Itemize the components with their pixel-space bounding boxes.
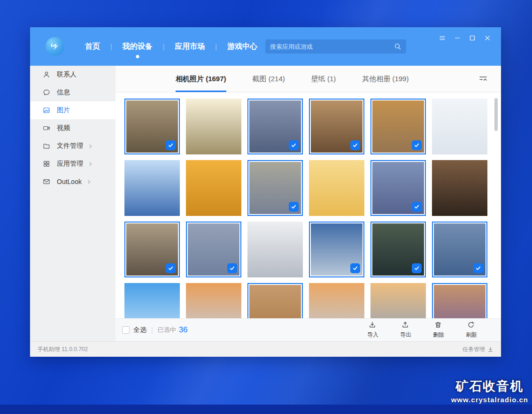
action-buttons: 导入导出删除刷新	[364, 321, 480, 339]
check-icon[interactable]	[412, 263, 422, 273]
photo-thumbnail[interactable]	[432, 283, 487, 318]
photo-thumbnail[interactable]	[186, 283, 241, 318]
sidebar-item-label: 应用管理	[57, 160, 83, 168]
check-icon[interactable]	[227, 263, 237, 273]
minimize-icon[interactable]	[452, 33, 463, 43]
photo-thumbnail[interactable]	[247, 283, 303, 318]
photo-image	[124, 160, 180, 216]
refresh-icon	[467, 321, 476, 330]
selected-count: 36	[179, 325, 188, 335]
person-icon	[43, 71, 51, 79]
sidebar-item[interactable]: 应用管理	[30, 155, 116, 173]
photo-thumbnail[interactable]	[124, 99, 180, 154]
action-label: 导出	[400, 331, 411, 339]
photo-image	[186, 99, 241, 154]
menu-icon[interactable]	[437, 33, 447, 43]
app-header: 首页|我的设备|应用市场|游戏中心|更多服务	[30, 27, 501, 66]
action-label: 删除	[433, 331, 444, 339]
task-manager-button[interactable]: 任务管理	[463, 345, 493, 353]
photo-thumbnail[interactable]	[370, 99, 426, 154]
sidebar-item[interactable]: 信息	[30, 84, 116, 101]
sort-icon[interactable]	[478, 74, 488, 84]
search-input[interactable]	[270, 43, 394, 50]
select-all-label[interactable]: 全选	[133, 326, 146, 334]
watermark-title: 矿石收音机	[451, 378, 528, 395]
photo-thumbnail[interactable]	[309, 160, 364, 216]
photo-thumbnail[interactable]	[309, 99, 364, 154]
maximize-icon[interactable]	[467, 33, 478, 43]
check-icon[interactable]	[350, 263, 360, 273]
watermark: 矿石收音机 www.crystalradio.cn	[451, 378, 528, 404]
selection-actionbar: 全选 | 已选中 36 导入导出删除刷新	[116, 318, 501, 341]
sidebar-item[interactable]: 联系人	[30, 66, 116, 84]
check-icon[interactable]	[412, 202, 422, 212]
photo-thumbnail[interactable]	[309, 283, 364, 318]
album-tab[interactable]: 截图 (214)	[253, 66, 285, 92]
nav-item[interactable]: 游戏中心	[223, 27, 262, 66]
check-icon[interactable]	[473, 263, 483, 273]
apps-icon	[43, 160, 51, 168]
status-bar: 手机助理 11.0.0.702 任务管理	[30, 341, 501, 357]
folder-icon	[43, 142, 51, 150]
album-tab[interactable]: 相机照片 (1697)	[176, 66, 226, 92]
album-tab[interactable]: 其他相册 (199)	[362, 66, 409, 92]
album-tabbar: 相机照片 (1697)截图 (214)壁纸 (1)其他相册 (199)	[116, 66, 501, 92]
photo-thumbnail[interactable]	[124, 283, 180, 318]
photo-thumbnail[interactable]	[247, 160, 303, 216]
photo-thumbnail[interactable]	[370, 160, 426, 216]
chevron-right-icon	[88, 144, 93, 149]
photo-thumbnail[interactable]	[247, 222, 303, 277]
export-button[interactable]: 导出	[397, 321, 415, 339]
nav-item-label: 游戏中心	[227, 42, 257, 52]
photo-thumbnail[interactable]	[186, 99, 241, 154]
tray-download-icon	[487, 346, 493, 353]
photo-image	[247, 222, 303, 277]
sidebar-item[interactable]: 文件管理	[30, 137, 116, 155]
sidebar-item[interactable]: 图片	[30, 101, 116, 119]
photo-thumbnail[interactable]	[309, 222, 364, 277]
check-icon[interactable]	[289, 140, 299, 150]
photo-thumbnail[interactable]	[124, 222, 180, 277]
window-controls	[437, 33, 493, 43]
check-icon[interactable]	[289, 202, 299, 212]
check-icon[interactable]	[350, 140, 360, 150]
check-icon[interactable]	[412, 140, 422, 150]
photo-image	[370, 283, 426, 318]
photo-thumbnail[interactable]	[432, 99, 487, 154]
scrollbar-thumb[interactable]	[494, 98, 498, 131]
photo-thumbnail[interactable]	[370, 283, 426, 318]
nav-item[interactable]: 首页	[80, 27, 105, 66]
watermark-url: www.crystalradio.cn	[451, 396, 528, 404]
export-icon	[401, 321, 410, 330]
import-button[interactable]: 导入	[364, 321, 382, 339]
selected-label: 已选中	[158, 326, 176, 334]
nav-item[interactable]: 我的设备	[118, 27, 157, 66]
search-icon[interactable]	[394, 43, 401, 50]
active-nav-dot	[136, 55, 139, 58]
photo-thumbnail[interactable]	[124, 160, 180, 216]
app-logo-icon	[46, 37, 64, 56]
nav-divider: |	[215, 43, 217, 50]
check-icon[interactable]	[166, 263, 176, 273]
photo-thumbnail[interactable]	[370, 222, 426, 277]
check-icon[interactable]	[166, 140, 176, 150]
search-box	[265, 39, 406, 54]
sidebar-item[interactable]: 视频	[30, 119, 116, 137]
photo-image	[432, 99, 487, 154]
album-tab[interactable]: 壁纸 (1)	[311, 66, 336, 92]
refresh-button[interactable]: 刷新	[463, 321, 480, 339]
sidebar-item[interactable]: OutLook	[30, 173, 116, 191]
photo-thumbnail[interactable]	[432, 222, 487, 277]
task-manager-label: 任务管理	[463, 345, 485, 353]
photo-grid-wrap	[116, 92, 501, 318]
photo-thumbnail[interactable]	[186, 160, 241, 216]
select-all-checkbox[interactable]	[122, 326, 130, 334]
nav-item[interactable]: 应用市场	[170, 27, 209, 66]
delete-button[interactable]: 删除	[430, 321, 447, 339]
wallpaper-bottom-band	[0, 405, 532, 414]
photo-thumbnail[interactable]	[247, 99, 303, 154]
photo-thumbnail[interactable]	[186, 222, 241, 277]
close-icon[interactable]	[482, 33, 493, 43]
photo-thumbnail[interactable]	[432, 160, 487, 216]
sidebar-item-label: 信息	[57, 88, 70, 97]
